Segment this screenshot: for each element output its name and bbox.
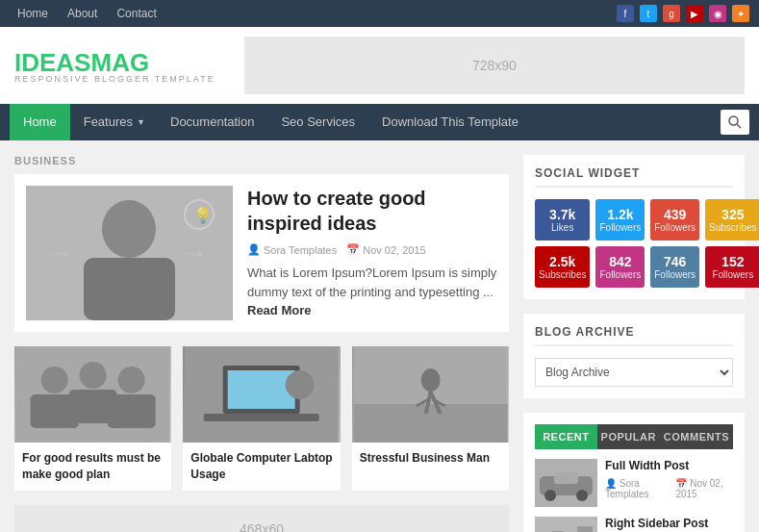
svg-rect-32: [554, 472, 578, 484]
svg-rect-18: [228, 370, 295, 409]
recent-post-0-title[interactable]: Full Width Post: [605, 459, 733, 474]
rss-label: Subscribes: [709, 222, 756, 233]
grid-post-1-title: Globale Computer Labtop Usage: [183, 443, 340, 491]
blog-archive-title: BLOG ARCHIVE: [535, 325, 733, 346]
svg-point-0: [729, 116, 738, 125]
featured-post-content: How to create good inspired ideas 👤 Sora…: [247, 186, 497, 320]
featured-post-title: How to create good inspired ideas: [247, 186, 497, 236]
recent-post-0-meta: 👤 Sora Templates 📅 Nov 02, 2015: [605, 478, 733, 499]
svg-rect-37: [577, 526, 593, 532]
featured-post-excerpt: What is Lorem Ipsum?Lorem Ipsum is simpl…: [247, 264, 497, 320]
svg-line-1: [737, 124, 741, 128]
search-button[interactable]: [721, 110, 749, 135]
social-box-facebook[interactable]: 3.7k Likes: [535, 199, 590, 241]
svg-point-23: [420, 368, 440, 392]
posts-tabs-section: RECENT POPULAR COMMENTS Full Width Pos: [523, 413, 745, 532]
grid-posts: For good results must be make good plan …: [14, 346, 509, 491]
social-box-pinterest[interactable]: 152 Followers: [705, 246, 759, 288]
recent-post-1-content: Right Sidebar Post 👤 Sora Templates 📅 No…: [605, 517, 733, 532]
rss-count: 325: [709, 207, 756, 222]
featured-post-image-svg: → → 💡: [26, 186, 233, 320]
svg-rect-4: [84, 258, 175, 320]
svg-rect-15: [108, 394, 156, 428]
svg-point-10: [41, 367, 68, 393]
social-box-youtube[interactable]: 2.5k Subscribes: [535, 246, 590, 288]
instagram-icon[interactable]: ◉: [709, 5, 726, 22]
youtube-icon[interactable]: ▶: [686, 5, 703, 22]
grid-post-0: For good results must be make good plan: [14, 346, 171, 491]
top-nav-contact[interactable]: Contact: [109, 0, 164, 27]
read-more-link[interactable]: Read More: [247, 303, 311, 317]
blog-archive-section: BLOG ARCHIVE Blog Archive: [523, 314, 745, 398]
social-box-gplus[interactable]: 439 Followers: [650, 199, 699, 241]
recent-post-1: Right Sidebar Post 👤 Sora Templates 📅 No…: [535, 517, 733, 532]
grid-post-0-image: [14, 346, 171, 443]
twitter-label: Followers: [599, 222, 641, 233]
nav-features[interactable]: Features ▾: [70, 104, 157, 140]
header: IDEASMAG RESPONSIVE BLOGGER TEMPLATE 728…: [0, 27, 759, 104]
twitter-icon[interactable]: t: [640, 5, 657, 22]
facebook-label: Likes: [539, 222, 586, 233]
youtube-count: 2.5k: [539, 254, 586, 269]
recent-post-0-date: 📅 Nov 02, 2015: [675, 478, 733, 499]
recent-post-1-image: [535, 517, 597, 532]
search-icon: [728, 115, 742, 129]
svg-text:→: →: [45, 237, 74, 268]
pinterest-count: 152: [709, 254, 756, 269]
chevron-down-icon: ▾: [139, 104, 143, 140]
nav-download-template[interactable]: Download This Template: [368, 104, 532, 140]
google-plus-icon[interactable]: g: [663, 5, 680, 22]
flickr-count: 746: [654, 254, 696, 269]
svg-point-14: [118, 367, 145, 393]
social-box-instagram[interactable]: 842 Followers: [595, 246, 645, 288]
twitter-count: 1.2k: [599, 207, 641, 222]
post-author-icon: 👤 Sora Templates: [247, 243, 337, 256]
svg-text:💡: 💡: [193, 206, 213, 224]
instagram-count: 842: [599, 254, 641, 269]
grid-post-2-image: [352, 346, 509, 443]
grid-post-0-title: For good results must be make good plan: [14, 443, 171, 491]
top-nav-home[interactable]: Home: [10, 0, 56, 27]
gplus-count: 439: [654, 207, 696, 222]
top-nav: Home About Contact f t g ▶ ◉ ✦: [0, 0, 759, 27]
logo[interactable]: IDEASMAG RESPONSIVE BLOGGER TEMPLATE: [14, 48, 215, 84]
social-box-flickr[interactable]: 746 Followers: [650, 246, 699, 288]
social-box-twitter[interactable]: 1.2k Followers: [595, 199, 645, 241]
svg-point-3: [102, 200, 156, 258]
main-nav: Home Features ▾ Documentation Seo Servic…: [0, 104, 759, 140]
recent-post-1-title[interactable]: Right Sidebar Post: [605, 517, 733, 532]
section-label: BUSINESS: [14, 155, 509, 166]
tab-recent[interactable]: RECENT: [535, 424, 597, 449]
bottom-ad-banner: 468x60: [14, 505, 509, 532]
tab-popular[interactable]: POPULAR: [597, 424, 660, 449]
nav-documentation[interactable]: Documentation: [157, 104, 267, 140]
sidebar: SOCIAL WIDGET 3.7k Likes 1.2k Followers …: [523, 155, 745, 532]
social-grid: 3.7k Likes 1.2k Followers 439 Followers …: [535, 199, 733, 288]
svg-point-20: [286, 370, 315, 399]
social-box-rss[interactable]: 325 Subscribes: [705, 199, 759, 241]
facebook-count: 3.7k: [539, 207, 586, 222]
flickr-label: Followers: [654, 269, 696, 280]
blog-archive-select[interactable]: Blog Archive: [535, 358, 733, 387]
grid-post-2-title: Stressful Business Man: [352, 443, 509, 474]
stackoverflow-icon[interactable]: ✦: [732, 5, 749, 22]
recent-post-0: Full Width Post 👤 Sora Templates 📅 Nov 0…: [535, 459, 733, 507]
content-wrapper: BUSINESS → → 💡 How to create good: [0, 140, 759, 532]
grid-post-1: Globale Computer Labtop Usage: [183, 346, 340, 491]
nav-seo-services[interactable]: Seo Services: [267, 104, 368, 140]
top-nav-social: f t g ▶ ◉ ✦: [617, 5, 749, 22]
top-nav-links: Home About Contact: [10, 0, 164, 27]
nav-home[interactable]: Home: [10, 104, 70, 140]
main-content: BUSINESS → → 💡 How to create good: [14, 155, 509, 532]
recent-post-0-image: [535, 459, 597, 507]
logo-text1: IDEAS: [14, 48, 90, 77]
logo-text2: MAG: [90, 48, 149, 77]
youtube-label: Subscribes: [539, 269, 586, 280]
facebook-icon[interactable]: f: [617, 5, 634, 22]
featured-post-image: → → 💡: [26, 186, 233, 320]
post-date-icon: 📅 Nov 02, 2015: [346, 243, 425, 256]
top-nav-about[interactable]: About: [60, 0, 105, 27]
recent-post-0-content: Full Width Post 👤 Sora Templates 📅 Nov 0…: [605, 459, 733, 507]
pinterest-label: Followers: [709, 269, 756, 280]
tab-comments[interactable]: COMMENTS: [660, 424, 733, 449]
